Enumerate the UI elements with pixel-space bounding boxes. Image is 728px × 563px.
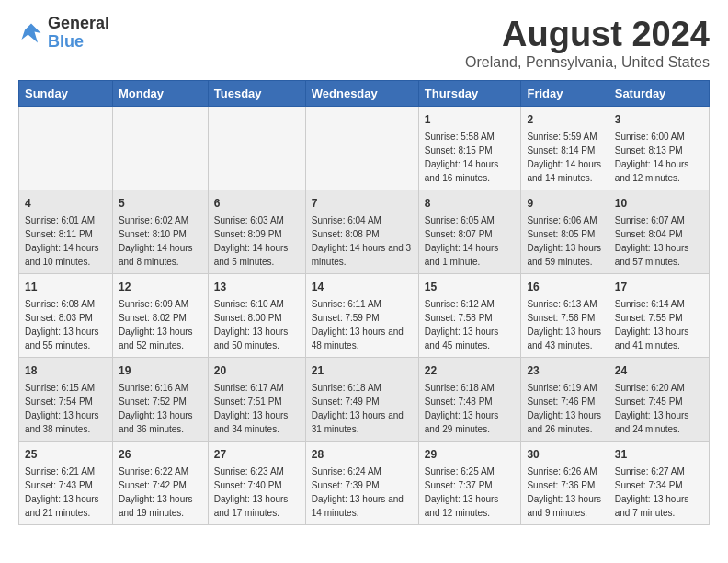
day-number: 20 [214,362,300,379]
calendar-cell: 14Sunrise: 6:11 AM Sunset: 7:59 PM Dayli… [305,274,418,358]
calendar-cell: 15Sunrise: 6:12 AM Sunset: 7:58 PM Dayli… [418,274,521,358]
calendar-header-row: SundayMondayTuesdayWednesdayThursdayFrid… [19,81,710,107]
week-row-3: 11Sunrise: 6:08 AM Sunset: 8:03 PM Dayli… [19,274,710,358]
day-number: 12 [119,279,202,295]
logo-general: General [48,15,109,33]
day-number: 30 [527,446,602,463]
calendar-cell: 24Sunrise: 6:20 AM Sunset: 7:45 PM Dayli… [609,358,709,442]
day-number: 4 [25,195,107,212]
calendar-cell [208,107,305,190]
calendar-cell: 22Sunrise: 6:18 AM Sunset: 7:48 PM Dayli… [418,358,521,442]
week-row-2: 4Sunrise: 6:01 AM Sunset: 8:11 PM Daylig… [19,190,710,274]
day-number: 1 [425,111,516,128]
day-number: 14 [312,279,413,295]
day-number: 25 [25,446,107,463]
day-number: 13 [214,279,300,295]
cell-content: Sunrise: 6:09 AM Sunset: 8:02 PM Dayligh… [119,297,202,352]
header-friday: Friday [521,81,609,107]
cell-content: Sunrise: 6:26 AM Sunset: 7:36 PM Dayligh… [527,465,602,520]
day-number: 16 [527,279,602,295]
cell-content: Sunrise: 6:00 AM Sunset: 8:13 PM Dayligh… [615,130,703,185]
calendar-cell [112,107,208,190]
cell-content: Sunrise: 6:08 AM Sunset: 8:03 PM Dayligh… [25,297,107,352]
svg-marker-0 [22,23,41,42]
day-number: 28 [312,446,413,463]
cell-content: Sunrise: 6:20 AM Sunset: 7:45 PM Dayligh… [615,381,703,436]
cell-content: Sunrise: 6:19 AM Sunset: 7:46 PM Dayligh… [527,381,602,436]
calendar-cell: 16Sunrise: 6:13 AM Sunset: 7:56 PM Dayli… [521,274,609,358]
calendar-cell: 10Sunrise: 6:07 AM Sunset: 8:04 PM Dayli… [609,190,709,274]
calendar-cell [305,107,418,190]
calendar-cell: 21Sunrise: 6:18 AM Sunset: 7:49 PM Dayli… [305,358,418,442]
day-number: 31 [615,446,703,463]
calendar-cell: 26Sunrise: 6:22 AM Sunset: 7:42 PM Dayli… [112,442,208,525]
week-row-5: 25Sunrise: 6:21 AM Sunset: 7:43 PM Dayli… [19,442,710,525]
calendar-cell: 6Sunrise: 6:03 AM Sunset: 8:09 PM Daylig… [208,190,305,274]
logo-icon [18,20,44,46]
calendar-cell: 8Sunrise: 6:05 AM Sunset: 8:07 PM Daylig… [418,190,521,274]
day-number: 18 [25,362,107,379]
calendar-cell: 18Sunrise: 6:15 AM Sunset: 7:54 PM Dayli… [19,358,113,442]
week-row-1: 1Sunrise: 5:58 AM Sunset: 8:15 PM Daylig… [19,107,710,190]
cell-content: Sunrise: 6:04 AM Sunset: 8:08 PM Dayligh… [312,213,413,269]
cell-content: Sunrise: 6:11 AM Sunset: 7:59 PM Dayligh… [312,297,413,352]
day-number: 23 [527,362,602,379]
header-monday: Monday [112,81,208,107]
day-number: 10 [615,195,703,212]
cell-content: Sunrise: 6:22 AM Sunset: 7:42 PM Dayligh… [119,465,202,520]
cell-content: Sunrise: 6:03 AM Sunset: 8:09 PM Dayligh… [214,213,300,269]
cell-content: Sunrise: 6:17 AM Sunset: 7:51 PM Dayligh… [214,381,300,436]
cell-content: Sunrise: 6:21 AM Sunset: 7:43 PM Dayligh… [25,465,107,520]
calendar-cell: 28Sunrise: 6:24 AM Sunset: 7:39 PM Dayli… [305,442,418,525]
calendar-cell: 4Sunrise: 6:01 AM Sunset: 8:11 PM Daylig… [19,190,113,274]
day-number: 8 [425,195,516,212]
cell-content: Sunrise: 6:18 AM Sunset: 7:48 PM Dayligh… [425,381,516,436]
calendar-cell: 30Sunrise: 6:26 AM Sunset: 7:36 PM Dayli… [521,442,609,525]
day-number: 26 [119,446,202,463]
week-row-4: 18Sunrise: 6:15 AM Sunset: 7:54 PM Dayli… [19,358,710,442]
logo: General Blue [18,15,109,52]
day-number: 9 [527,195,602,212]
cell-content: Sunrise: 6:16 AM Sunset: 7:52 PM Dayligh… [119,381,202,436]
cell-content: Sunrise: 6:14 AM Sunset: 7:55 PM Dayligh… [615,297,703,352]
header-tuesday: Tuesday [208,81,305,107]
calendar-cell [19,107,113,190]
cell-content: Sunrise: 6:15 AM Sunset: 7:54 PM Dayligh… [25,381,107,436]
calendar-cell: 11Sunrise: 6:08 AM Sunset: 8:03 PM Dayli… [19,274,113,358]
cell-content: Sunrise: 6:06 AM Sunset: 8:05 PM Dayligh… [527,213,602,269]
day-number: 21 [312,362,413,379]
header-sunday: Sunday [19,81,113,107]
day-number: 5 [119,195,202,212]
day-number: 19 [119,362,202,379]
header-thursday: Thursday [418,81,521,107]
cell-content: Sunrise: 6:23 AM Sunset: 7:40 PM Dayligh… [214,465,300,520]
title-section: August 2024 Oreland, Pennsylvania, Unite… [465,15,710,71]
logo-text: General Blue [48,15,109,52]
calendar-cell: 17Sunrise: 6:14 AM Sunset: 7:55 PM Dayli… [609,274,709,358]
cell-content: Sunrise: 6:18 AM Sunset: 7:49 PM Dayligh… [312,381,413,436]
day-number: 7 [312,195,413,212]
day-number: 29 [425,446,516,463]
calendar-cell: 31Sunrise: 6:27 AM Sunset: 7:34 PM Dayli… [609,442,709,525]
logo-blue: Blue [48,33,109,52]
calendar-cell: 3Sunrise: 6:00 AM Sunset: 8:13 PM Daylig… [609,107,709,190]
calendar-title: August 2024 [465,15,710,54]
day-number: 24 [615,362,703,379]
calendar-cell: 25Sunrise: 6:21 AM Sunset: 7:43 PM Dayli… [19,442,113,525]
cell-content: Sunrise: 6:01 AM Sunset: 8:11 PM Dayligh… [25,213,107,269]
calendar-cell: 12Sunrise: 6:09 AM Sunset: 8:02 PM Dayli… [112,274,208,358]
day-number: 3 [615,111,703,128]
calendar-table: SundayMondayTuesdayWednesdayThursdayFrid… [18,80,710,525]
calendar-cell: 23Sunrise: 6:19 AM Sunset: 7:46 PM Dayli… [521,358,609,442]
header-saturday: Saturday [609,81,709,107]
calendar-cell: 29Sunrise: 6:25 AM Sunset: 7:37 PM Dayli… [418,442,521,525]
day-number: 15 [425,279,516,295]
cell-content: Sunrise: 6:27 AM Sunset: 7:34 PM Dayligh… [615,465,703,520]
day-number: 6 [214,195,300,212]
cell-content: Sunrise: 6:24 AM Sunset: 7:39 PM Dayligh… [312,465,413,520]
day-number: 22 [425,362,516,379]
day-number: 27 [214,446,300,463]
calendar-cell: 5Sunrise: 6:02 AM Sunset: 8:10 PM Daylig… [112,190,208,274]
page-header: General Blue August 2024 Oreland, Pennsy… [18,15,710,71]
cell-content: Sunrise: 5:59 AM Sunset: 8:14 PM Dayligh… [527,130,602,185]
